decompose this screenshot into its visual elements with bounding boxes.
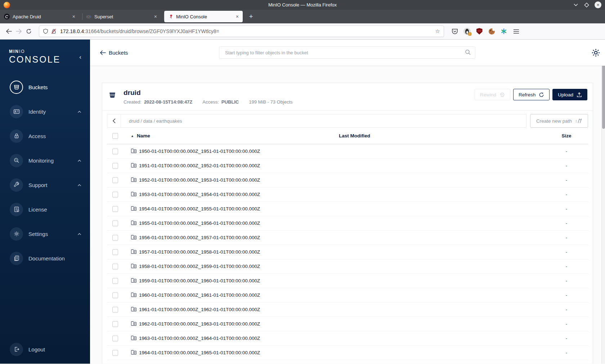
forward-button[interactable] <box>14 26 24 36</box>
tracking-shield-icon[interactable] <box>43 28 48 35</box>
cookie-extension-icon[interactable] <box>487 27 496 36</box>
path-back-chevron[interactable] <box>107 114 121 127</box>
table-row[interactable]: 1952-01-01T00:00:00.000Z_1953-01-01T00:0… <box>107 173 588 187</box>
object-name[interactable]: 1952-01-01T00:00:00.000Z_1953-01-01T00:0… <box>139 177 260 183</box>
table-row[interactable]: 1950-01-01T00:00:00.000Z_1951-01-01T00:0… <box>107 144 588 159</box>
row-checkbox[interactable] <box>112 163 118 169</box>
sidebar-item-logout[interactable]: Logout <box>0 339 90 364</box>
sidebar-item-access[interactable]: Access <box>0 124 90 148</box>
table-row[interactable]: 1953-01-01T00:00:00.000Z_1954-01-01T00:0… <box>107 187 588 202</box>
reload-button[interactable] <box>24 26 34 36</box>
window-maximize-button[interactable] <box>584 2 590 8</box>
column-header-last-modified[interactable]: Last Modified <box>339 133 545 138</box>
create-new-path-button[interactable]: Create new path <box>530 114 588 128</box>
column-header-name[interactable]: ▲ Name <box>124 133 339 138</box>
new-tab-button[interactable]: + <box>246 12 256 21</box>
object-name[interactable]: 1959-01-01T00:00:00.000Z_1960-01-01T00:0… <box>139 278 260 283</box>
back-button[interactable] <box>4 26 14 36</box>
table-row[interactable]: 1964-01-01T00:00:00.000Z_1965-01-01T00:0… <box>107 346 588 360</box>
row-checkbox[interactable] <box>112 149 118 154</box>
access-label: Access: <box>202 99 219 105</box>
row-checkbox[interactable] <box>112 307 118 313</box>
object-name[interactable]: 1950-01-01T00:00:00.000Z_1951-01-01T00:0… <box>139 149 260 154</box>
row-checkbox[interactable] <box>112 264 118 269</box>
tab-minio-console[interactable]: MinIO Console × <box>164 11 243 22</box>
row-checkbox[interactable] <box>112 206 118 212</box>
table-row[interactable]: 1951-01-01T00:00:00.000Z_1952-01-01T00:0… <box>107 159 588 173</box>
breadcrumb-path[interactable]: druid / data / earthquakes <box>129 118 182 124</box>
table-row[interactable]: 1963-01-01T00:00:00.000Z_1964-01-01T00:0… <box>107 331 588 346</box>
folder-icon <box>131 162 137 169</box>
url-bar[interactable]: 172.18.0.4:31664/buckets/druid/browse/ZG… <box>39 26 444 37</box>
insecure-lock-icon[interactable] <box>51 28 57 34</box>
page-scrollbar[interactable] <box>601 40 605 364</box>
tab-superset[interactable]: ∞ Superset × <box>82 11 161 22</box>
object-name[interactable]: 1963-01-01T00:00:00.000Z_1964-01-01T00:0… <box>139 336 260 341</box>
select-all-checkbox[interactable] <box>112 133 118 139</box>
table-row[interactable]: 1956-01-01T00:00:00.000Z_1957-01-01T00:0… <box>107 231 588 245</box>
object-name[interactable]: 1953-01-01T00:00:00.000Z_1954-01-01T00:0… <box>139 192 260 197</box>
upload-button[interactable]: Upload <box>552 89 587 100</box>
refresh-button[interactable]: Refresh <box>513 89 550 100</box>
menu-hamburger-icon[interactable] <box>512 27 520 36</box>
object-name[interactable]: 1957-01-01T00:00:00.000Z_1958-01-01T00:0… <box>139 249 260 255</box>
window-close-button[interactable]: × <box>595 1 601 8</box>
sidebar-item-support[interactable]: Support <box>0 173 90 197</box>
sidebar-collapse-icon[interactable]: ‹ <box>78 53 83 62</box>
bookmark-star-icon[interactable]: ☆ <box>435 28 440 35</box>
row-checkbox[interactable] <box>112 220 118 226</box>
table-row[interactable]: 1954-01-01T00:00:00.000Z_1955-01-01T00:0… <box>107 202 588 216</box>
folder-icon <box>131 234 137 241</box>
object-name[interactable]: 1954-01-01T00:00:00.000Z_1955-01-01T00:0… <box>139 206 260 211</box>
sidebar: MINIO CONSOLE ‹ Buckets Identity <box>0 40 90 364</box>
object-name[interactable]: 1964-01-01T00:00:00.000Z_1965-01-01T00:0… <box>139 350 260 355</box>
object-filter-input[interactable] <box>219 46 475 59</box>
object-name[interactable]: 1962-01-01T00:00:00.000Z_1963-01-01T00:0… <box>139 321 260 327</box>
sidebar-item-identity[interactable]: Identity <box>0 99 90 124</box>
pocket-icon[interactable] <box>451 27 459 36</box>
object-name[interactable]: 1951-01-01T00:00:00.000Z_1952-01-01T00:0… <box>139 163 260 168</box>
settings-gear-icon[interactable] <box>591 48 601 58</box>
sidebar-item-monitoring[interactable]: Monitoring <box>0 148 90 173</box>
ublock-origin-icon[interactable] <box>475 27 484 36</box>
row-checkbox[interactable] <box>112 177 118 183</box>
back-to-buckets-link[interactable]: Buckets <box>100 50 128 56</box>
table-row[interactable]: 1958-01-01T00:00:00.000Z_1959-01-01T00:0… <box>107 259 588 274</box>
tab-apache-druid[interactable]: Apache Druid × <box>1 11 79 22</box>
row-checkbox[interactable] <box>112 336 118 341</box>
bucket-browser-content: druid Created: 2022-08-15T14:08:47Z Acce… <box>90 66 605 364</box>
object-name[interactable]: 1956-01-01T00:00:00.000Z_1957-01-01T00:0… <box>139 235 260 240</box>
extension-asterisk-icon[interactable] <box>499 27 508 36</box>
tab-close-icon[interactable]: × <box>235 14 239 19</box>
table-row[interactable]: 1962-01-01T00:00:00.000Z_1963-01-01T00:0… <box>107 317 588 331</box>
sidebar-item-buckets[interactable]: Buckets <box>0 75 90 99</box>
row-checkbox[interactable] <box>112 249 118 255</box>
tab-title: Apache Druid <box>13 14 72 19</box>
row-checkbox[interactable] <box>112 235 118 241</box>
table-row[interactable]: 1961-01-01T00:00:00.000Z_1962-01-01T00:0… <box>107 302 588 317</box>
table-row[interactable]: 1959-01-01T00:00:00.000Z_1960-01-01T00:0… <box>107 274 588 288</box>
tab-close-icon[interactable]: × <box>153 14 158 19</box>
row-checkbox[interactable] <box>112 292 118 298</box>
folder-icon <box>131 205 137 213</box>
object-name[interactable]: 1958-01-01T00:00:00.000Z_1959-01-01T00:0… <box>139 264 260 269</box>
rewind-button[interactable]: Rewind <box>475 89 510 100</box>
sidebar-item-documentation[interactable]: Documentation <box>0 246 90 270</box>
row-checkbox[interactable] <box>112 321 118 327</box>
row-checkbox[interactable] <box>112 350 118 356</box>
column-header-size[interactable]: Size <box>545 133 588 138</box>
object-name[interactable]: 1961-01-01T00:00:00.000Z_1962-01-01T00:0… <box>139 307 260 312</box>
row-checkbox[interactable] <box>112 192 118 197</box>
tab-close-icon[interactable]: × <box>72 14 76 19</box>
sidebar-item-settings[interactable]: Settings <box>0 222 90 246</box>
table-row[interactable]: 1957-01-01T00:00:00.000Z_1958-01-01T00:0… <box>107 245 588 259</box>
gear-icon <box>10 227 23 241</box>
table-row[interactable]: 1960-01-01T00:00:00.000Z_1961-01-01T00:0… <box>107 288 588 302</box>
table-row[interactable]: 1955-01-01T00:00:00.000Z_1956-01-01T00:0… <box>107 216 588 231</box>
window-minimize-button[interactable] <box>573 2 579 8</box>
row-checkbox[interactable] <box>112 278 118 284</box>
object-name[interactable]: 1960-01-01T00:00:00.000Z_1961-01-01T00:0… <box>139 292 260 298</box>
profile-avatar[interactable] <box>463 27 471 36</box>
object-name[interactable]: 1955-01-01T00:00:00.000Z_1956-01-01T00:0… <box>139 220 260 226</box>
sidebar-item-license[interactable]: License <box>0 197 90 222</box>
